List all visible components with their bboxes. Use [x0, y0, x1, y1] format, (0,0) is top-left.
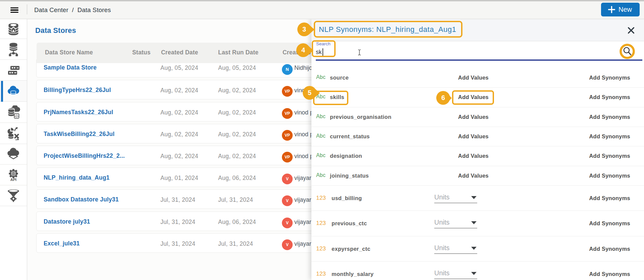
svg-text:API: API [10, 178, 16, 182]
svg-text:</>: </> [14, 114, 18, 118]
